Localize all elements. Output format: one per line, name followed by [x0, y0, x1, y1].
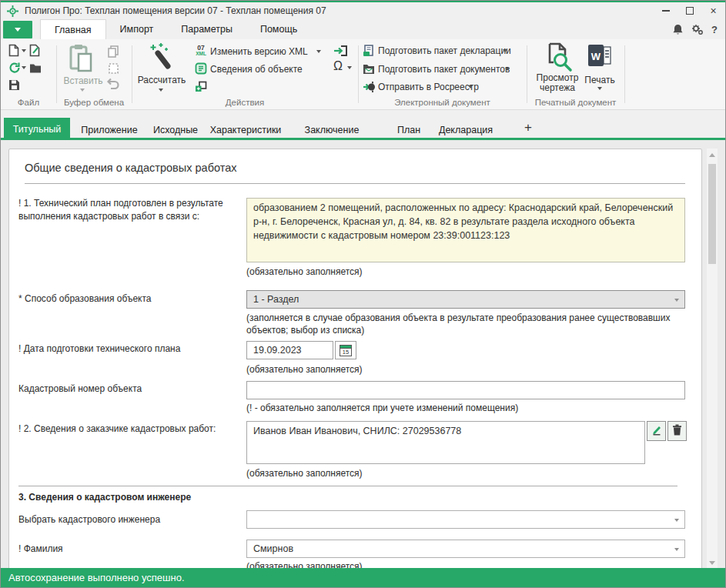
trash-icon	[672, 424, 682, 438]
maximize-button[interactable]	[677, 2, 701, 19]
window-controls: ×	[654, 2, 725, 19]
doctab-zaklyuchenie[interactable]: Заключение	[299, 120, 364, 140]
drawing-preview-icon[interactable]	[542, 42, 573, 75]
customer-edit-button[interactable]	[647, 421, 666, 441]
edit-document-icon[interactable]	[29, 44, 40, 59]
scroll-down-icon[interactable]	[709, 561, 715, 565]
tab-import[interactable]: Импорт	[106, 19, 168, 39]
tab-parametry[interactable]: Параметры	[167, 19, 246, 39]
work-reason-label: ! 1. Технический план подготовлен в резу…	[18, 197, 240, 223]
doctab-deklaratsiya[interactable]: Декларация	[430, 120, 501, 140]
customer-delete-button[interactable]	[667, 421, 687, 441]
surname-select[interactable]: Смирнов	[246, 540, 685, 558]
paste-dropdown-icon[interactable]	[80, 89, 85, 92]
print-dropdown-icon[interactable]	[597, 87, 602, 90]
add-tab-button[interactable]: +	[524, 118, 544, 138]
prepare-declaration-dropdown-icon[interactable]	[503, 49, 507, 52]
calculate-button[interactable]: Рассчитать	[133, 75, 190, 85]
tab-glavnaya[interactable]: Главная	[40, 19, 106, 39]
engineer-section-title: 3. Сведения о кадастровом инженере	[18, 492, 191, 503]
save-icon[interactable]	[8, 79, 20, 93]
vertical-scrollbar[interactable]	[707, 149, 718, 570]
paste-icon[interactable]	[69, 44, 95, 75]
change-xml-dropdown-icon[interactable]	[316, 50, 321, 53]
document-tabs: Титульный Приложение Исходные Характерис…	[1, 118, 725, 140]
print-button[interactable]: Печать	[583, 75, 617, 85]
open-folder-icon[interactable]	[29, 63, 42, 75]
word-letter: W	[591, 51, 601, 62]
convert-objects-icon[interactable]	[195, 81, 207, 95]
omega-dropdown-icon[interactable]	[347, 66, 352, 69]
help-icon[interactable]: ?	[711, 24, 718, 35]
minimize-icon	[662, 10, 670, 12]
prepare-declaration-button[interactable]: Подготовить пакет декларации	[378, 45, 511, 56]
cadastral-number-label: Кадастровый номер объекта	[18, 383, 240, 396]
doctab-plan[interactable]: План	[389, 120, 429, 140]
file-menu-button[interactable]	[3, 21, 32, 38]
chevron-down-icon	[674, 299, 679, 302]
chevron-down-icon	[674, 548, 679, 551]
settings-gear-icon[interactable]	[691, 24, 704, 35]
doctab-iskhodnye[interactable]: Исходные	[147, 120, 204, 140]
work-reason-textarea[interactable]: образованием 2 помещений, расположенных …	[246, 198, 685, 262]
paste-button[interactable]: Вставить	[59, 75, 107, 86]
word-print-icon[interactable]: W	[587, 43, 612, 70]
content-area: Общие сведения о кадастровых работах ! 1…	[1, 140, 725, 570]
customer-textarea[interactable]: Иванов Иван Иванович, СНИЛС: 27029536778	[246, 421, 645, 464]
doctab-titulnyy[interactable]: Титульный	[4, 118, 70, 140]
drawing-preview-button[interactable]: Просмотрчертежа	[529, 73, 586, 93]
preview-label-line1: Просмотр	[537, 72, 579, 83]
paste-special-icon[interactable]	[108, 62, 119, 77]
prepare-date-input[interactable]	[246, 341, 333, 359]
reopen-project-icon[interactable]	[8, 62, 21, 76]
cadastral-number-input[interactable]	[246, 381, 685, 399]
formation-method-hint: (заполняется в случае образования объект…	[246, 312, 685, 336]
calendar-icon: 15	[340, 345, 352, 356]
send-rosreestr-dropdown-icon[interactable]	[468, 85, 473, 89]
cadastral-number-hint: (! - обязательно заполняется при учете и…	[246, 402, 518, 414]
prepare-date-label: ! Дата подготовки технического плана	[18, 342, 240, 356]
doctab-prilozhenie[interactable]: Приложение	[74, 120, 145, 140]
scrollbar-thumb[interactable]	[708, 164, 716, 264]
new-document-dropdown-icon[interactable]	[22, 49, 26, 52]
close-icon: ×	[710, 5, 716, 16]
ribbon-group-actions-label: Действия	[132, 98, 358, 107]
change-xml-version-button[interactable]: Изменить версию XML	[210, 46, 308, 57]
calculate-dropdown-icon[interactable]	[159, 89, 163, 92]
close-button[interactable]: ×	[701, 2, 725, 19]
ribbon-group-edoc-label: Электронный документ	[358, 98, 527, 107]
status-bar: Автосохранение выполнено успешно.	[1, 568, 725, 587]
group-separator	[624, 45, 625, 103]
calculate-wand-icon[interactable]	[147, 42, 176, 75]
documents-package-icon	[363, 63, 375, 76]
group-separator	[132, 45, 132, 103]
ribbon-group-file-label: Файл	[1, 98, 56, 107]
pencil-icon	[651, 425, 662, 438]
group-separator	[358, 45, 359, 103]
scroll-up-icon[interactable]	[709, 153, 715, 157]
reopen-dropdown-icon[interactable]	[22, 66, 26, 69]
minimize-button[interactable]	[654, 2, 677, 19]
prepare-documents-button[interactable]: Подготовить пакет документов	[378, 64, 510, 75]
export-icon[interactable]	[333, 45, 348, 59]
work-reason-hint: (обязательно заполняется)	[246, 266, 363, 278]
doctab-kharakteristiki[interactable]: Характеристики	[204, 120, 287, 140]
prepare-documents-dropdown-icon[interactable]	[505, 68, 510, 71]
form-panel: Общие сведения о кадастровых работах ! 1…	[8, 149, 702, 570]
tab-pomoshch[interactable]: Помощь	[246, 19, 311, 39]
app-logo-icon	[7, 5, 18, 17]
window-title: Полигон Про: Техплан помещения версии 07…	[25, 5, 326, 16]
object-info-button[interactable]: Сведения об объекте	[210, 64, 303, 75]
engineer-select[interactable]	[246, 510, 685, 529]
omega-symbol-button[interactable]: Ω	[333, 59, 343, 73]
notifications-bell-icon[interactable]	[672, 24, 684, 35]
formation-method-select[interactable]: 1 - Раздел	[246, 290, 685, 309]
undo-icon[interactable]	[105, 78, 120, 92]
calendar-button[interactable]: 15	[335, 341, 356, 359]
engineer-select-label: Выбрать кадастрового инженера	[18, 513, 240, 526]
xml-badge-bottom: XML	[196, 52, 206, 57]
copy-icon[interactable]	[107, 45, 119, 60]
send-rosreestr-button[interactable]: Отправить в Росреестр	[378, 82, 479, 92]
new-document-icon[interactable]	[8, 44, 19, 59]
title-bar: Полигон Про: Техплан помещения версии 07…	[1, 2, 725, 19]
